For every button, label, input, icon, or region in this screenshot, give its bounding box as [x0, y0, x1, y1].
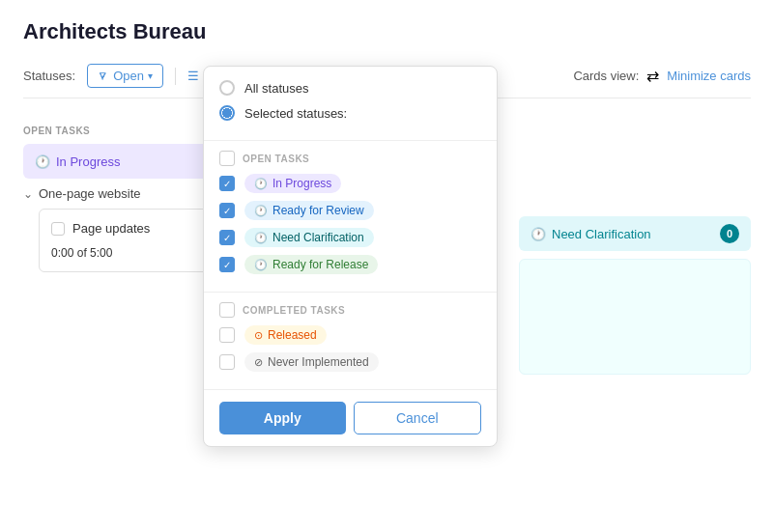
never-implemented-pill: ⊘ Never Implemented: [244, 352, 379, 372]
minimize-cards-link[interactable]: Minimize cards: [667, 69, 751, 83]
released-pill-label: Released: [268, 328, 317, 342]
cancel-button[interactable]: Cancel: [354, 402, 482, 434]
need-clarification-pill: 🕐 Need Clarification: [244, 228, 374, 247]
selected-statuses-option[interactable]: Selected statuses:: [219, 105, 481, 121]
task-group-name: One-page website: [39, 186, 141, 201]
open-tasks-group-checkbox[interactable]: [219, 151, 235, 166]
never-implemented-pill-label: Never Implemented: [268, 355, 369, 369]
task-checkbox[interactable]: [51, 222, 65, 236]
status-filter-button[interactable]: ⛛ Open ▾: [87, 64, 163, 88]
need-clarification-checkbox-item[interactable]: ✓ 🕐 Need Clarification: [219, 228, 481, 247]
filter-btn-label: Open: [113, 69, 144, 83]
time-tracked: 0:00: [51, 246, 73, 260]
clock-icon2: 🕐: [530, 227, 546, 241]
need-clarification-badge[interactable]: 🕐 Need Clarification 0: [519, 216, 751, 251]
open-tasks-group-label: OPEN TASKS: [243, 154, 309, 164]
chevron-down-icon: ▾: [148, 70, 153, 81]
all-statuses-radio[interactable]: [219, 80, 235, 96]
completed-tasks-group-checkbox[interactable]: [219, 302, 235, 318]
apply-button[interactable]: Apply: [219, 402, 346, 434]
in-progress-pill-icon: 🕐: [254, 178, 268, 190]
completed-tasks-group-title: COMPLETED TASKS: [219, 302, 481, 318]
all-statuses-option[interactable]: All statuses: [219, 80, 481, 96]
never-implemented-checkbox[interactable]: [219, 354, 235, 370]
in-progress-pill: 🕐 In Progress: [244, 174, 341, 193]
need-clarification-column: 🕐 Need Clarification 0: [519, 216, 751, 375]
ready-review-pill-label: Ready for Review: [272, 204, 364, 217]
need-clarification-checkbox[interactable]: ✓: [219, 230, 235, 245]
in-progress-pill-label: In Progress: [272, 177, 331, 190]
toolbar-divider: [175, 68, 176, 85]
clock-icon: 🕐: [35, 154, 50, 169]
ready-release-checkbox-item[interactable]: ✓ 🕐 Ready for Release: [219, 255, 481, 274]
in-progress-label: In Progress: [56, 154, 120, 169]
released-pill-icon: ⊙: [254, 329, 263, 342]
ready-review-pill: 🕐 Ready for Review: [244, 201, 374, 220]
ready-release-pill: 🕐 Ready for Release: [244, 255, 378, 274]
time-separator: of: [77, 246, 90, 260]
list-icon: ☰: [187, 69, 199, 83]
in-progress-checkbox[interactable]: ✓: [219, 176, 235, 191]
need-clarification-pill-icon: 🕐: [254, 232, 268, 244]
toolbar-right: Cards view: ⇄ Minimize cards: [573, 67, 751, 85]
in-progress-checkbox-item[interactable]: ✓ 🕐 In Progress: [219, 174, 481, 193]
minimize-cards-label: Minimize cards: [667, 69, 751, 83]
time-total: 5:00: [90, 246, 112, 260]
open-tasks-checkbox-group: OPEN TASKS ✓ 🕐 In Progress ✓ 🕐 Ready for…: [204, 141, 497, 292]
ready-release-pill-label: Ready for Release: [272, 258, 368, 271]
need-clarification-pill-label: Need Clarification: [272, 231, 364, 244]
status-dropdown: All statuses Selected statuses: OPEN TAS…: [203, 66, 498, 447]
released-checkbox[interactable]: [219, 327, 235, 343]
filter-icon: ⛛: [98, 70, 109, 83]
selected-statuses-label: Selected statuses:: [244, 106, 347, 121]
released-pill: ⊙ Released: [244, 325, 327, 345]
dropdown-radio-section: All statuses Selected statuses:: [204, 67, 497, 140]
never-implemented-checkbox-item[interactable]: ⊘ Never Implemented: [219, 352, 481, 372]
need-clarification-label: Need Clarification: [552, 227, 651, 241]
dropdown-footer: Apply Cancel: [204, 389, 497, 446]
all-statuses-label: All statuses: [244, 81, 308, 96]
ready-review-checkbox[interactable]: ✓: [219, 203, 235, 218]
ready-release-checkbox[interactable]: ✓: [219, 257, 235, 272]
statuses-label: Statuses:: [23, 69, 75, 83]
app-title: Architects Bureau: [23, 19, 751, 44]
open-tasks-group-title: OPEN TASKS: [219, 151, 481, 166]
ready-review-checkbox-item[interactable]: ✓ 🕐 Ready for Review: [219, 201, 481, 220]
need-clarification-count: 0: [720, 224, 739, 243]
chevron-icon: ⌄: [23, 187, 33, 201]
never-implemented-pill-icon: ⊘: [254, 356, 263, 369]
app-container: Architects Bureau Statuses: ⛛ Open ▾ ☰ S…: [0, 0, 774, 532]
selected-statuses-radio[interactable]: [219, 105, 235, 121]
ready-review-pill-icon: 🕐: [254, 205, 268, 217]
cards-view-icon: ⇄: [646, 67, 659, 85]
completed-tasks-group-label: COMPLETED TASKS: [243, 305, 345, 316]
ready-release-pill-icon: 🕐: [254, 259, 268, 271]
released-checkbox-item[interactable]: ⊙ Released: [219, 325, 481, 345]
cards-view-label: Cards view:: [573, 69, 639, 83]
task-name: Page updates: [72, 221, 150, 236]
completed-tasks-checkbox-group: COMPLETED TASKS ⊙ Released ⊘ Never Imple…: [204, 293, 497, 389]
